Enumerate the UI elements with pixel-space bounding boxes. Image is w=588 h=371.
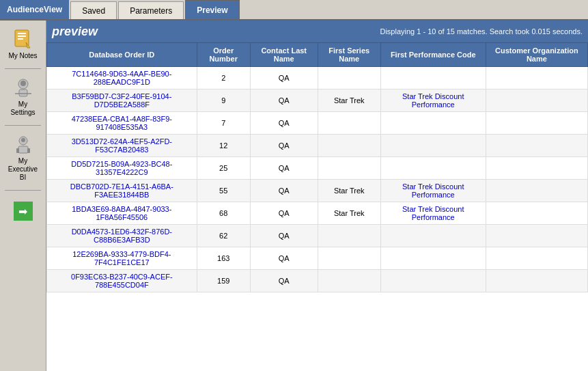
cell-contact-last-name: QA	[250, 202, 318, 225]
cell-first-series-name	[318, 247, 380, 270]
cell-db-id: 47238EEA-CBA1-4A8F-83F9-917408E535A3	[47, 112, 197, 135]
content-area: preview Displaying 1 - 10 of 15 matches.…	[46, 20, 588, 371]
table-row: 12E269BA-9333-4779-BDF4-7F4C1FE1CE17163Q…	[47, 247, 588, 270]
col-header-db-id: Database Order ID	[47, 43, 197, 67]
cell-order-number: 55	[197, 180, 250, 202]
cell-first-perf-code	[380, 67, 486, 90]
table-header-row: Database Order ID Order Number Contact L…	[47, 43, 588, 67]
sidebar: My Notes My Settings My Executive BI	[0, 20, 46, 371]
svg-rect-2	[18, 36, 26, 37]
cell-contact-last-name: QA	[250, 67, 318, 90]
svg-point-9	[21, 138, 25, 142]
cell-first-series-name: Star Trek	[318, 90, 380, 112]
tab-preview[interactable]: Preview	[185, 0, 239, 19]
table-row: D0DA4573-1ED6-432F-876D-C88B6E3AFB3D62QA	[47, 225, 588, 247]
cell-first-perf-code	[380, 225, 486, 247]
table-row: 3D513D72-624A-4EF5-A2FD-F53C7AB2048312QA	[47, 135, 588, 157]
svg-rect-6	[19, 90, 27, 96]
table-body: 7C114648-9D63-4AAF-BE90-288EAADC9F1D2QAB…	[47, 67, 588, 292]
cell-customer-org-name	[486, 90, 587, 112]
divider-1	[5, 68, 42, 69]
svg-rect-12	[27, 148, 30, 153]
col-header-first-series-name: First Series Name	[318, 43, 380, 67]
cell-order-number: 7	[197, 112, 250, 135]
cell-customer-org-name	[486, 135, 587, 157]
notes-icon	[12, 29, 34, 51]
cell-order-number: 12	[197, 135, 250, 157]
cell-db-id: DD5D7215-B09A-4923-BC48-31357E4222C9	[47, 157, 197, 180]
divider-2	[5, 125, 42, 126]
cell-order-number: 9	[197, 90, 250, 112]
cell-first-perf-code	[380, 135, 486, 157]
cell-db-id: D0DA4573-1ED6-432F-876D-C88B6E3AFB3D	[47, 225, 197, 247]
tab-saved[interactable]: Saved	[70, 1, 117, 19]
preview-header: preview Displaying 1 - 10 of 15 matches.…	[46, 20, 588, 42]
cell-first-series-name	[318, 135, 380, 157]
preview-title: preview	[52, 25, 98, 39]
cell-first-perf-code	[380, 270, 486, 292]
cell-order-number: 25	[197, 157, 250, 180]
sidebar-item-my-notes[interactable]: My Notes	[3, 26, 44, 63]
table-row: DD5D7215-B09A-4923-BC48-31357E4222C925QA	[47, 157, 588, 180]
cell-customer-org-name	[486, 157, 587, 180]
cell-db-id: DBCB702D-7E1A-4151-A6BA-F3AEE31844BB	[47, 180, 197, 202]
cell-contact-last-name: QA	[250, 157, 318, 180]
table-row: DBCB702D-7E1A-4151-A6BA-F3AEE31844BB55QA…	[47, 180, 588, 202]
cell-customer-org-name	[486, 180, 587, 202]
cell-first-perf-code: Star Trek Discount Performance	[380, 202, 486, 225]
cell-order-number: 62	[197, 225, 250, 247]
cell-order-number: 163	[197, 247, 250, 270]
sidebar-item-my-exec-bi[interactable]: My Executive BI	[3, 131, 44, 184]
cell-first-perf-code	[380, 157, 486, 180]
cell-first-series-name	[318, 225, 380, 247]
cell-first-series-name	[318, 270, 380, 292]
table-row: 47238EEA-CBA1-4A8F-83F9-917408E535A37QA	[47, 112, 588, 135]
svg-point-5	[20, 81, 26, 86]
cell-first-series-name: Star Trek	[318, 202, 380, 225]
cell-customer-org-name	[486, 270, 587, 292]
table-row: 7C114648-9D63-4AAF-BE90-288EAADC9F1D2QA	[47, 67, 588, 90]
cell-customer-org-name	[486, 112, 587, 135]
col-header-first-perf-code: First Performance Code	[380, 43, 486, 67]
cell-first-series-name	[318, 157, 380, 180]
cell-db-id: 3D513D72-624A-4EF5-A2FD-F53C7AB20483	[47, 135, 197, 157]
cell-contact-last-name: QA	[250, 180, 318, 202]
cell-first-series-name	[318, 112, 380, 135]
cell-customer-org-name	[486, 225, 587, 247]
bi-icon	[12, 134, 34, 156]
cell-order-number: 159	[197, 270, 250, 292]
exit-icon: ➡	[14, 202, 33, 221]
col-header-contact-last-name: Contact Last Name	[250, 43, 318, 67]
cell-db-id: 12E269BA-9333-4779-BDF4-7F4C1FE1CE17	[47, 247, 197, 270]
svg-rect-11	[16, 148, 19, 153]
cell-customer-org-name	[486, 67, 587, 90]
table-row: 0F93EC63-B237-40C9-ACEF-788E455CD04F159Q…	[47, 270, 588, 292]
settings-icon	[12, 77, 34, 99]
cell-contact-last-name: QA	[250, 135, 318, 157]
cell-db-id: 0F93EC63-B237-40C9-ACEF-788E455CD04F	[47, 270, 197, 292]
svg-rect-3	[18, 38, 23, 40]
sidebar-label-settings: My Settings	[5, 100, 41, 117]
main-layout: My Notes My Settings My Executive BI	[0, 20, 588, 371]
sidebar-label-exec-bi: My Executive BI	[5, 157, 41, 182]
col-header-order-number: Order Number	[197, 43, 250, 67]
table-row: B3F59BD7-C3F2-40FE-9104-D7D5BE2A588F9QAS…	[47, 90, 588, 112]
cell-db-id: 7C114648-9D63-4AAF-BE90-288EAADC9F1D	[47, 67, 197, 90]
sidebar-item-my-settings[interactable]: My Settings	[3, 74, 44, 120]
cell-first-perf-code	[380, 247, 486, 270]
svg-rect-10	[18, 146, 28, 153]
top-bar: AudienceView Saved Parameters Preview	[0, 0, 588, 20]
table-row: 1BDA3E69-8ABA-4847-9033-1F8A56F4550668QA…	[47, 202, 588, 225]
tab-parameters[interactable]: Parameters	[118, 1, 184, 19]
cell-first-perf-code: Star Trek Discount Performance	[380, 180, 486, 202]
cell-customer-org-name	[486, 202, 587, 225]
cell-contact-last-name: QA	[250, 90, 318, 112]
cell-first-series-name: Star Trek	[318, 180, 380, 202]
sidebar-item-exit[interactable]: ➡	[3, 196, 44, 226]
cell-db-id: B3F59BD7-C3F2-40FE-9104-D7D5BE2A588F	[47, 90, 197, 112]
cell-customer-org-name	[486, 247, 587, 270]
cell-first-perf-code	[380, 112, 486, 135]
cell-contact-last-name: QA	[250, 112, 318, 135]
cell-contact-last-name: QA	[250, 270, 318, 292]
table-container[interactable]: Database Order ID Order Number Contact L…	[46, 42, 588, 371]
